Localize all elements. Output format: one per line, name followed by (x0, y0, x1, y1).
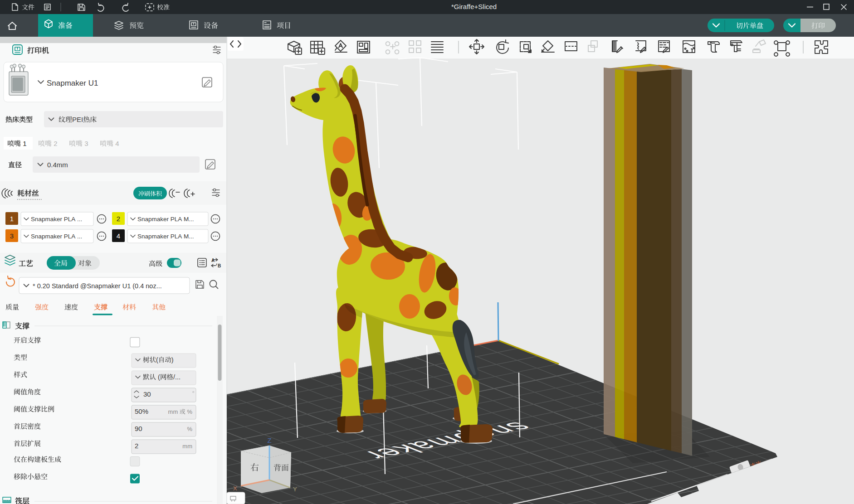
svg-text:0.4mm: 0.4mm (47, 161, 68, 169)
svg-text:2: 2 (135, 442, 138, 450)
svg-text:50%: 50% (135, 407, 148, 415)
svg-text:Snapmaker PLA M...: Snapmaker PLA M... (137, 216, 194, 223)
svg-text:Z: Z (267, 436, 271, 444)
svg-text:A: A (211, 258, 215, 263)
svg-text:): ) (171, 356, 174, 363)
svg-text:(: ( (156, 356, 158, 363)
svg-text:PEI: PEI (72, 116, 83, 123)
svg-text:Snapmaker PLA M...: Snapmaker PLA M... (137, 233, 194, 240)
svg-text:(: ( (156, 373, 160, 381)
svg-text:1: 1 (10, 215, 14, 223)
svg-text:Snapmaker U1: Snapmaker U1 (47, 79, 98, 87)
svg-text:* 0.20 Standard @Snapmaker U1: * 0.20 Standard @Snapmaker U1 (0.4 noz..… (33, 282, 162, 290)
svg-text:mm: mm (168, 408, 180, 415)
svg-text:mm: mm (182, 443, 192, 450)
svg-text:%: % (185, 408, 193, 415)
svg-text:Snapmaker PLA ...: Snapmaker PLA ... (31, 233, 82, 240)
svg-text:Y: Y (293, 486, 297, 493)
svg-text:X: X (233, 485, 237, 492)
svg-text:4: 4 (117, 232, 120, 240)
svg-text:4: 4 (113, 140, 119, 147)
svg-text:%: % (187, 426, 192, 432)
svg-text:Snapmaker PLA ...: Snapmaker PLA ... (31, 216, 82, 223)
svg-text:1: 1 (21, 140, 27, 147)
svg-text:2: 2 (52, 140, 58, 147)
svg-text:90: 90 (135, 425, 142, 432)
svg-text:30: 30 (143, 390, 151, 398)
svg-text:3: 3 (10, 232, 14, 240)
svg-text:3: 3 (83, 140, 88, 147)
svg-text:*Giraffe+Sliced: *Giraffe+Sliced (451, 3, 497, 10)
svg-text:2: 2 (117, 215, 120, 223)
svg-text:B: B (218, 263, 221, 268)
svg-text:/...: /... (173, 373, 181, 381)
